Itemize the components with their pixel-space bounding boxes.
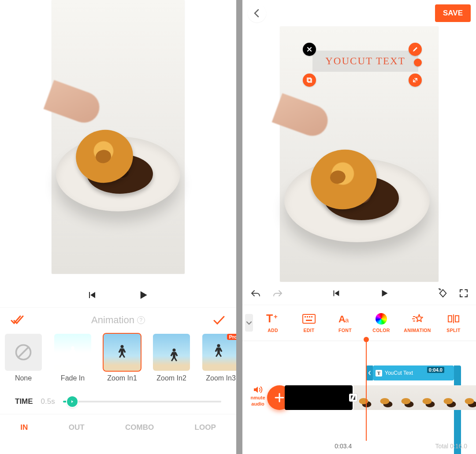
- time-slider[interactable]: [63, 401, 221, 402]
- tool-label: ADD: [268, 328, 278, 333]
- collapse-toolbar-icon[interactable]: [245, 314, 253, 332]
- text-clip-track: T YouCut Text 0:04.0: [366, 365, 461, 380]
- skip-start-icon[interactable]: [331, 288, 341, 298]
- text-overlay-frame[interactable]: YOUCUT TEXT: [298, 42, 421, 77]
- svg-line-1: [18, 347, 29, 358]
- text-overlay-box[interactable]: YOUCUT TEXT: [312, 51, 418, 72]
- svg-rect-19: [448, 316, 452, 322]
- svg-rect-15: [311, 316, 312, 317]
- save-button[interactable]: SAVE: [435, 4, 471, 22]
- color-wheel-icon: [376, 313, 387, 325]
- time-value: 0.5s: [41, 397, 55, 406]
- total-time: Total 0:16.0: [435, 443, 467, 450]
- redo-icon[interactable]: [272, 289, 283, 298]
- video-track[interactable]: [285, 385, 353, 410]
- animation-options: None Fade In Zoom In1 Zoom In2 Pro Z: [0, 332, 236, 389]
- video-frame: [52, 0, 185, 274]
- tab-loop[interactable]: LOOP: [190, 420, 220, 436]
- svg-text:A: A: [338, 314, 346, 324]
- svg-rect-20: [455, 316, 459, 322]
- tool-edit[interactable]: EDIT: [293, 313, 325, 333]
- confirm-icon[interactable]: [212, 315, 226, 325]
- video-preview: [0, 0, 236, 283]
- tool-label: EDIT: [303, 328, 314, 333]
- svg-text:+: +: [439, 288, 442, 292]
- tab-in[interactable]: IN: [16, 420, 32, 436]
- text-clip-T-icon: T: [376, 370, 382, 376]
- tool-split[interactable]: SPLIT: [437, 313, 470, 333]
- anim-option-none[interactable]: None: [2, 334, 45, 389]
- animation-header: Animation ?: [0, 307, 236, 332]
- tool-font[interactable]: Aa FONT: [329, 313, 361, 333]
- anim-label: Fade In: [61, 374, 85, 382]
- anim-option-zoomin2[interactable]: Zoom In2: [150, 334, 193, 389]
- svg-text:+: +: [274, 313, 278, 320]
- text-overlay-content: YOUCUT TEXT: [325, 55, 405, 67]
- keyframe-icon[interactable]: +: [438, 288, 448, 298]
- help-icon[interactable]: ?: [137, 316, 145, 324]
- speaker-icon: [253, 385, 263, 394]
- animation-panel: Animation ? None Fade In Zoom In1: [0, 0, 236, 454]
- font-icon: Aa: [338, 313, 352, 325]
- tool-animation[interactable]: ANIMATION: [401, 313, 434, 333]
- anim-option-zoomin1[interactable]: Zoom In1: [100, 334, 144, 389]
- text-clip[interactable]: T YouCut Text 0:04.0: [373, 365, 454, 380]
- video-frame[interactable]: YOUCUT TEXT: [280, 26, 439, 282]
- tool-label: SPLIT: [446, 328, 460, 333]
- svg-point-3: [120, 345, 123, 348]
- anim-label: None: [15, 374, 32, 382]
- tool-add[interactable]: T+ ADD: [257, 313, 289, 333]
- slider-thumb[interactable]: [67, 396, 78, 407]
- panel-divider: [236, 0, 242, 454]
- svg-text:a: a: [345, 316, 349, 324]
- svg-rect-14: [309, 316, 310, 317]
- back-button[interactable]: [248, 4, 266, 22]
- transition-icon[interactable]: [349, 394, 357, 402]
- playhead[interactable]: [366, 339, 367, 441]
- delete-text-icon[interactable]: [303, 43, 316, 56]
- unmute-audio-button[interactable]: nmute audio: [246, 385, 270, 406]
- play-icon[interactable]: [379, 288, 390, 299]
- play-icon[interactable]: [137, 288, 150, 302]
- timeline[interactable]: T YouCut Text 0:04.0 nmute audio 0:03.4: [242, 341, 476, 454]
- anim-option-fadein[interactable]: Fade In: [51, 334, 94, 389]
- undo-icon[interactable]: [250, 289, 261, 298]
- playback-controls: [0, 283, 236, 307]
- edit-text-icon[interactable]: [409, 43, 422, 56]
- anchor-dot-icon[interactable]: [414, 59, 422, 66]
- anim-option-zoomin3[interactable]: Pro Zoom In3: [199, 334, 236, 389]
- tool-label: FONT: [338, 328, 352, 333]
- anim-label: Zoom In2: [156, 374, 186, 382]
- tab-combo[interactable]: COMBO: [121, 420, 158, 436]
- clip-duration: 0:04.0: [427, 367, 444, 373]
- svg-point-2: [71, 347, 74, 350]
- animation-title: Animation ?: [24, 314, 212, 326]
- video-preview: YOUCUT TEXT: [242, 26, 476, 282]
- current-time: 0:03.4: [335, 443, 352, 450]
- clip-handle-left[interactable]: [366, 365, 373, 380]
- video-clip-black[interactable]: [285, 385, 353, 410]
- svg-rect-12: [305, 316, 306, 317]
- tab-out[interactable]: OUT: [64, 420, 89, 436]
- apply-all-icon[interactable]: [11, 315, 24, 325]
- time-label: TIME: [15, 397, 33, 406]
- svg-rect-13: [307, 316, 308, 317]
- anim-label: Zoom In1: [107, 374, 137, 382]
- skip-start-icon[interactable]: [86, 290, 97, 300]
- tool-color[interactable]: COLOR: [365, 313, 398, 333]
- animation-time: TIME 0.5s: [0, 389, 236, 414]
- clip-label: YouCut Text: [385, 370, 413, 376]
- svg-rect-16: [306, 320, 312, 321]
- none-icon: [5, 334, 42, 371]
- copy-text-icon[interactable]: [303, 74, 316, 87]
- animation-mode-tabs: IN OUT COMBO LOOP: [0, 414, 236, 440]
- fullscreen-icon[interactable]: [459, 289, 468, 298]
- resize-text-icon[interactable]: [409, 74, 422, 87]
- svg-point-4: [172, 349, 175, 352]
- tool-delete[interactable]: DEL: [473, 313, 476, 333]
- anim-label: Zoom In3: [206, 374, 236, 382]
- video-track-frames[interactable]: [353, 385, 476, 410]
- editor-playback-row: +: [242, 282, 476, 305]
- keyboard-icon: [302, 313, 316, 325]
- svg-rect-11: [303, 314, 315, 323]
